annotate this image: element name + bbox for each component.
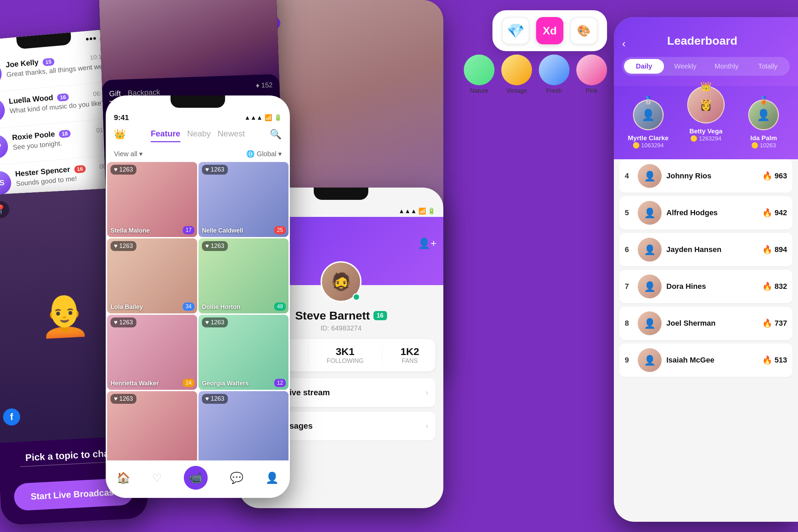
tab-monthly[interactable]: Monthly — [707, 59, 747, 74]
avatar: 👤 — [638, 348, 662, 372]
filter-vintage[interactable]: Vintage — [501, 55, 532, 94]
leader-name: Alfred Hodges — [666, 208, 757, 217]
leader-row[interactable]: 4 👤 Johnny Rios 🔥963 — [619, 159, 793, 193]
avatar: RP — [0, 134, 9, 160]
leader-name: Joel Sherman — [666, 319, 757, 328]
leader-row[interactable]: 9 👤 Isaiah McGee 🔥513 — [619, 343, 793, 377]
leaderboard-header: ‹ Leaderboard Daily Weekly Monthly Total… — [614, 17, 798, 86]
stream-name: Stella Malone — [110, 227, 150, 234]
leader-score: 🔥737 — [762, 319, 787, 328]
avatar: HS — [0, 170, 12, 196]
top3-name: Ida Palm — [735, 134, 793, 142]
leaderboard-title: Leaderboard — [667, 34, 737, 47]
leader-score: 🔥513 — [762, 355, 787, 365]
leader-row[interactable]: 5 👤 Alfred Hodges 🔥942 — [619, 196, 793, 230]
stream-viewers: ♥ 1263 — [202, 394, 228, 404]
stream-name: Dollie Horton — [202, 304, 240, 311]
stream-thumb[interactable]: ♥ 1263 Dollie Horton 48 — [198, 238, 289, 313]
nav-favorites[interactable]: ♡ — [152, 471, 162, 484]
filter-strip: Nature Vintage Fresh Pink — [464, 55, 607, 94]
nav-home[interactable]: 🏠 — [117, 471, 130, 484]
filter-label[interactable]: View all ▾ — [114, 150, 143, 158]
browse-bottom-nav: 🏠 ♡ 📹 💬 👤 — [106, 460, 290, 498]
stream-viewers: ♥ 1263 — [110, 317, 136, 327]
leader-score: 🔥942 — [762, 208, 787, 218]
add-user-button[interactable]: 👤+ — [418, 237, 437, 249]
profile-avatar-wrap: 🧔 — [321, 261, 361, 302]
stream-viewers: ♥ 1263 — [202, 317, 228, 327]
nav-video[interactable]: 📹 — [184, 466, 208, 490]
top3-second: 👤 🥈 Myrtle Clarke 🟡1063294 — [619, 100, 677, 149]
stream-viewers: ♥ 1263 — [202, 241, 228, 251]
tab-weekly[interactable]: Weekly — [665, 59, 705, 74]
status-icons: ▲▲▲📶🔋 — [245, 114, 282, 121]
leader-row[interactable]: 6 👤 Jayden Hansen 🔥894 — [619, 233, 793, 266]
back-icon[interactable]: ‹ — [622, 37, 626, 50]
leader-score: 🔥894 — [762, 245, 787, 254]
stream-thumb[interactable]: ♥ 1263 Georgia Walters 12 — [198, 315, 289, 390]
stream-name: Nelle Caldwell — [202, 227, 243, 234]
crown-icon: 👑 — [114, 129, 126, 140]
leaderboard-list: 4 👤 Johnny Rios 🔥963 5 👤 Alfred Hodges 🔥… — [614, 159, 798, 377]
nav-profile[interactable]: 👤 — [265, 471, 279, 484]
browse-header: 👑 Feature Neaby Newest 🔍 — [106, 123, 290, 148]
stream-badge: 48 — [274, 302, 286, 311]
xd-icon[interactable]: Xd — [536, 17, 563, 44]
avatar: JK — [0, 61, 3, 87]
online-indicator — [353, 293, 360, 301]
top3-score: 🟡1063294 — [619, 142, 677, 149]
avatar: 👤 — [638, 311, 662, 335]
leaderboard-top3: 👤 🥈 Myrtle Clarke 🟡1063294 👸 👑 Betty Veg… — [614, 86, 798, 159]
stream-badge: 25 — [274, 226, 286, 234]
stream-grid: ♥ 1263 Stella Malone 17 ♥ 1263 Nelle Cal… — [106, 162, 290, 466]
stream-viewers: ♥ 1263 — [202, 165, 228, 175]
chevron-right-icon: › — [426, 388, 428, 397]
tab-totally[interactable]: Totally — [748, 59, 788, 74]
stream-badge: 34 — [183, 302, 194, 311]
browse-filter: View all ▾ 🌐 Global ▾ — [106, 148, 290, 162]
nav-chat[interactable]: 💬 — [230, 471, 243, 484]
filter-nature[interactable]: Nature — [464, 55, 494, 94]
avatar: 👤 — [638, 275, 662, 298]
filter-fresh[interactable]: Fresh — [539, 55, 570, 94]
stream-viewers: ♥ 1263 — [110, 165, 136, 175]
leader-name: Johnny Rios — [666, 172, 757, 180]
stream-thumb[interactable]: ♥ 1263 Henrietta Walker 24 — [107, 315, 197, 390]
leader-score: 🔥832 — [762, 282, 787, 291]
stream-name: Lola Bailey — [110, 304, 143, 311]
chevron-right-icon: › — [426, 421, 428, 431]
figma-icon[interactable]: 🎨 — [570, 17, 597, 44]
top3-name: Myrtle Clarke — [619, 134, 677, 142]
notch — [171, 95, 225, 108]
leader-name: Dora Hines — [666, 282, 757, 291]
top3-third: 👤 🥉 Ida Palm 🟡10263 — [735, 100, 793, 149]
stream-thumb[interactable]: ♥ 1263 — [107, 391, 197, 466]
tools-card: 💎 Xd 🎨 — [492, 10, 607, 51]
top3-first: 👸 👑 Betty Vega 🟡1263294 — [677, 86, 735, 142]
tab-neaby[interactable]: Neaby — [187, 126, 211, 142]
stream-badge: 12 — [274, 379, 286, 387]
location-label[interactable]: 🌐 Global ▾ — [246, 150, 282, 158]
tab-feature[interactable]: Feature — [151, 126, 180, 142]
tab-daily[interactable]: Daily — [624, 59, 664, 74]
stream-thumb[interactable]: ♥ 1263 — [198, 391, 289, 466]
avatar: LW — [0, 98, 6, 123]
stat-following: 3K1 FOLLOWING — [327, 346, 364, 365]
leaderboard-tabs: Daily Weekly Monthly Totally — [622, 57, 790, 76]
tab-newest[interactable]: Newest — [218, 126, 245, 142]
filter-pink[interactable]: Pink — [576, 55, 607, 94]
stream-badge: 24 — [183, 379, 194, 387]
leader-row[interactable]: 7 👤 Dora Hines 🔥832 — [619, 270, 793, 303]
stream-thumb[interactable]: ♥ 1263 Nelle Caldwell 25 — [198, 162, 289, 237]
status-bar-browse: 9:41 ▲▲▲📶🔋 — [106, 109, 290, 123]
stream-name: Georgia Walters — [202, 380, 249, 387]
sketch-icon[interactable]: 💎 — [502, 17, 529, 44]
stream-viewers: ♥ 1263 — [110, 241, 136, 251]
stream-badge: 17 — [183, 226, 194, 234]
search-icon[interactable]: 🔍 — [270, 129, 282, 140]
leader-row[interactable]: 8 👤 Joel Sherman 🔥737 — [619, 307, 793, 340]
stream-thumb[interactable]: ♥ 1263 Lola Bailey 34 — [107, 238, 197, 313]
phone-leaderboard: ‹ Leaderboard Daily Weekly Monthly Total… — [614, 17, 798, 522]
live-badge: 16 — [373, 311, 387, 320]
stream-thumb[interactable]: ♥ 1263 Stella Malone 17 — [107, 162, 197, 237]
